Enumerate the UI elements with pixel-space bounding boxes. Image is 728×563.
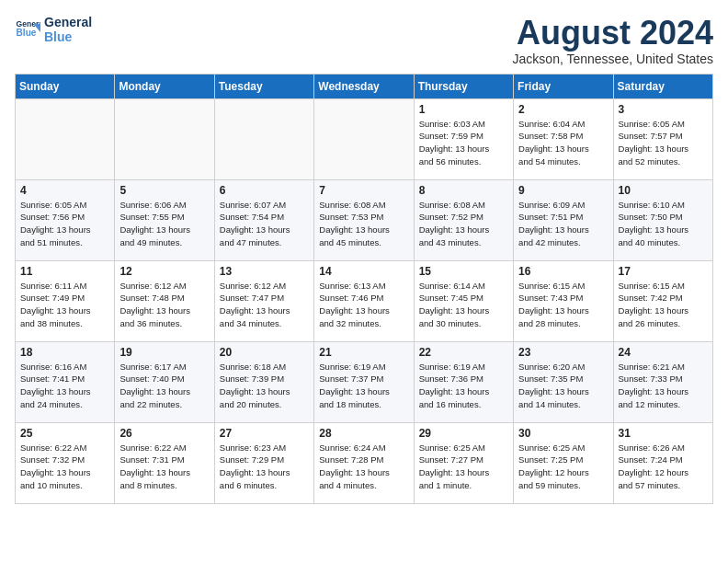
logo-text-general: General (44, 15, 92, 29)
day-number: 19 (119, 346, 209, 359)
calendar-week-4: 18Sunrise: 6:16 AM Sunset: 7:41 PM Dayli… (16, 341, 713, 422)
location: Jackson, Tennessee, United States (513, 52, 713, 66)
day-number: 8 (419, 184, 508, 197)
calendar-cell: 20Sunrise: 6:18 AM Sunset: 7:39 PM Dayli… (214, 341, 313, 422)
logo-text-blue: Blue (44, 29, 92, 44)
day-number: 1 (419, 103, 508, 116)
title-block: August 2024 Jackson, Tennessee, United S… (513, 15, 713, 66)
calendar-cell: 3Sunrise: 6:05 AM Sunset: 7:57 PM Daylig… (613, 98, 712, 179)
day-info: Sunrise: 6:17 AM Sunset: 7:40 PM Dayligh… (119, 361, 209, 411)
day-number: 3 (619, 103, 708, 116)
day-number: 13 (220, 265, 309, 278)
day-number: 20 (220, 346, 309, 359)
day-number: 27 (220, 427, 309, 440)
calendar-cell: 2Sunrise: 6:04 AM Sunset: 7:58 PM Daylig… (514, 98, 613, 179)
day-info: Sunrise: 6:25 AM Sunset: 7:27 PM Dayligh… (419, 442, 508, 492)
weekday-header-tuesday: Tuesday (214, 74, 313, 98)
day-info: Sunrise: 6:21 AM Sunset: 7:33 PM Dayligh… (619, 361, 708, 411)
calendar-cell: 31Sunrise: 6:26 AM Sunset: 7:24 PM Dayli… (613, 422, 712, 503)
calendar-cell (16, 98, 115, 179)
weekday-header-sunday: Sunday (16, 74, 115, 98)
day-number: 10 (619, 184, 708, 197)
calendar-cell: 29Sunrise: 6:25 AM Sunset: 7:27 PM Dayli… (414, 422, 513, 503)
day-number: 12 (119, 265, 209, 278)
day-info: Sunrise: 6:08 AM Sunset: 7:53 PM Dayligh… (319, 199, 408, 249)
calendar-cell: 5Sunrise: 6:06 AM Sunset: 7:55 PM Daylig… (115, 179, 214, 260)
day-info: Sunrise: 6:05 AM Sunset: 7:56 PM Dayligh… (20, 199, 109, 249)
day-info: Sunrise: 6:08 AM Sunset: 7:52 PM Dayligh… (419, 199, 508, 249)
day-number: 29 (419, 427, 508, 440)
day-info: Sunrise: 6:16 AM Sunset: 7:41 PM Dayligh… (20, 361, 109, 411)
calendar-cell: 18Sunrise: 6:16 AM Sunset: 7:41 PM Dayli… (16, 341, 115, 422)
day-number: 5 (119, 184, 209, 197)
svg-text:Blue: Blue (17, 28, 37, 38)
weekday-header-saturday: Saturday (613, 74, 712, 98)
calendar-cell: 23Sunrise: 6:20 AM Sunset: 7:35 PM Dayli… (514, 341, 613, 422)
calendar-cell: 16Sunrise: 6:15 AM Sunset: 7:43 PM Dayli… (514, 260, 613, 341)
day-info: Sunrise: 6:14 AM Sunset: 7:45 PM Dayligh… (419, 280, 508, 330)
calendar-cell: 28Sunrise: 6:24 AM Sunset: 7:28 PM Dayli… (314, 422, 414, 503)
calendar-week-2: 4Sunrise: 6:05 AM Sunset: 7:56 PM Daylig… (16, 179, 713, 260)
calendar-cell: 21Sunrise: 6:19 AM Sunset: 7:37 PM Dayli… (314, 341, 414, 422)
calendar-cell: 8Sunrise: 6:08 AM Sunset: 7:52 PM Daylig… (414, 179, 513, 260)
day-info: Sunrise: 6:22 AM Sunset: 7:31 PM Dayligh… (119, 442, 209, 492)
day-info: Sunrise: 6:10 AM Sunset: 7:50 PM Dayligh… (619, 199, 708, 249)
day-info: Sunrise: 6:06 AM Sunset: 7:55 PM Dayligh… (119, 199, 209, 249)
day-number: 14 (319, 265, 408, 278)
day-info: Sunrise: 6:18 AM Sunset: 7:39 PM Dayligh… (220, 361, 309, 411)
logo: General Blue General Blue (15, 15, 92, 44)
day-info: Sunrise: 6:23 AM Sunset: 7:29 PM Dayligh… (220, 442, 309, 492)
day-info: Sunrise: 6:15 AM Sunset: 7:43 PM Dayligh… (518, 280, 608, 330)
calendar-cell: 7Sunrise: 6:08 AM Sunset: 7:53 PM Daylig… (314, 179, 414, 260)
day-number: 18 (20, 346, 109, 359)
day-number: 28 (319, 427, 408, 440)
calendar-cell: 11Sunrise: 6:11 AM Sunset: 7:49 PM Dayli… (16, 260, 115, 341)
day-number: 23 (518, 346, 608, 359)
calendar-cell: 9Sunrise: 6:09 AM Sunset: 7:51 PM Daylig… (514, 179, 613, 260)
day-info: Sunrise: 6:03 AM Sunset: 7:59 PM Dayligh… (419, 118, 508, 168)
weekday-header-wednesday: Wednesday (314, 74, 414, 98)
calendar-cell: 17Sunrise: 6:15 AM Sunset: 7:42 PM Dayli… (613, 260, 712, 341)
day-number: 2 (518, 103, 608, 116)
calendar-cell: 14Sunrise: 6:13 AM Sunset: 7:46 PM Dayli… (314, 260, 414, 341)
day-info: Sunrise: 6:07 AM Sunset: 7:54 PM Dayligh… (220, 199, 309, 249)
day-info: Sunrise: 6:24 AM Sunset: 7:28 PM Dayligh… (319, 442, 408, 492)
calendar-cell: 10Sunrise: 6:10 AM Sunset: 7:50 PM Dayli… (613, 179, 712, 260)
calendar-cell: 19Sunrise: 6:17 AM Sunset: 7:40 PM Dayli… (115, 341, 214, 422)
day-info: Sunrise: 6:19 AM Sunset: 7:37 PM Dayligh… (319, 361, 408, 411)
day-number: 11 (20, 265, 109, 278)
calendar-week-1: 1Sunrise: 6:03 AM Sunset: 7:59 PM Daylig… (16, 98, 713, 179)
day-info: Sunrise: 6:15 AM Sunset: 7:42 PM Dayligh… (619, 280, 708, 330)
month-title: August 2024 (513, 15, 713, 52)
day-number: 24 (619, 346, 708, 359)
day-number: 25 (20, 427, 109, 440)
day-number: 4 (20, 184, 109, 197)
day-number: 30 (518, 427, 608, 440)
day-number: 16 (518, 265, 608, 278)
day-info: Sunrise: 6:19 AM Sunset: 7:36 PM Dayligh… (419, 361, 508, 411)
day-number: 22 (419, 346, 508, 359)
weekday-header-row: SundayMondayTuesdayWednesdayThursdayFrid… (16, 74, 713, 98)
day-number: 31 (619, 427, 708, 440)
weekday-header-monday: Monday (115, 74, 214, 98)
day-info: Sunrise: 6:05 AM Sunset: 7:57 PM Dayligh… (619, 118, 708, 168)
day-info: Sunrise: 6:20 AM Sunset: 7:35 PM Dayligh… (518, 361, 608, 411)
calendar-cell: 4Sunrise: 6:05 AM Sunset: 7:56 PM Daylig… (16, 179, 115, 260)
day-number: 7 (319, 184, 408, 197)
day-number: 26 (119, 427, 209, 440)
day-info: Sunrise: 6:12 AM Sunset: 7:48 PM Dayligh… (119, 280, 209, 330)
day-number: 21 (319, 346, 408, 359)
calendar-cell (314, 98, 414, 179)
day-info: Sunrise: 6:04 AM Sunset: 7:58 PM Dayligh… (518, 118, 608, 168)
calendar-week-5: 25Sunrise: 6:22 AM Sunset: 7:32 PM Dayli… (16, 422, 713, 503)
day-number: 6 (220, 184, 309, 197)
calendar-cell: 13Sunrise: 6:12 AM Sunset: 7:47 PM Dayli… (214, 260, 313, 341)
calendar-week-3: 11Sunrise: 6:11 AM Sunset: 7:49 PM Dayli… (16, 260, 713, 341)
day-number: 15 (419, 265, 508, 278)
calendar-cell: 15Sunrise: 6:14 AM Sunset: 7:45 PM Dayli… (414, 260, 513, 341)
day-info: Sunrise: 6:11 AM Sunset: 7:49 PM Dayligh… (20, 280, 109, 330)
logo-icon: General Blue (15, 17, 40, 42)
weekday-header-thursday: Thursday (414, 74, 513, 98)
weekday-header-friday: Friday (514, 74, 613, 98)
day-number: 9 (518, 184, 608, 197)
